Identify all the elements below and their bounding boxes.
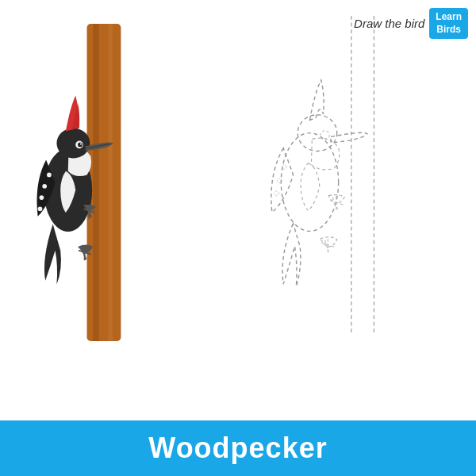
svg-point-16 — [298, 115, 337, 152]
svg-point-8 — [56, 128, 90, 158]
svg-point-11 — [80, 143, 82, 144]
main-content — [0, 0, 476, 420]
svg-rect-2 — [108, 24, 113, 341]
dotted-bird-svg — [206, 16, 428, 333]
colored-bird-svg — [8, 24, 151, 341]
learn-birds-button[interactable]: LearnBirds — [429, 8, 468, 39]
bird-name-label: Woodpecker — [148, 432, 327, 465]
dotted-bird-outline — [159, 8, 476, 333]
bottom-banner: Woodpecker — [0, 420, 476, 476]
svg-point-7 — [38, 206, 43, 211]
svg-point-15 — [281, 133, 338, 232]
top-right-area: Draw the bird LearnBirds — [354, 8, 468, 39]
svg-rect-0 — [87, 24, 121, 341]
svg-point-4 — [47, 173, 52, 178]
svg-point-5 — [42, 184, 47, 189]
draw-bird-label: Draw the bird — [354, 17, 424, 30]
svg-point-26 — [274, 191, 279, 196]
svg-rect-1 — [93, 24, 99, 341]
colored-bird-illustration — [0, 8, 159, 341]
svg-point-10 — [78, 143, 83, 148]
svg-point-6 — [40, 195, 44, 200]
